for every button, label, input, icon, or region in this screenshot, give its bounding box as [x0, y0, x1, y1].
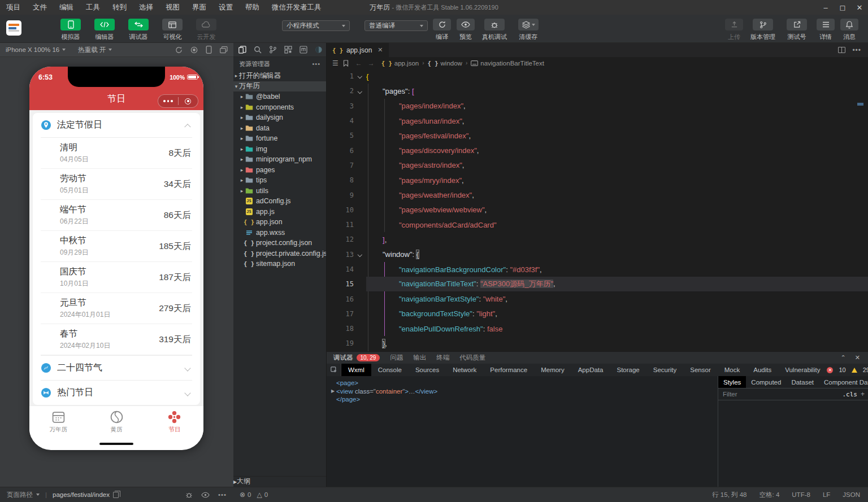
phone-tab-黄历[interactable]: 黄历: [88, 406, 146, 438]
wxml-line[interactable]: ▶<view class="container">…</view>: [331, 387, 718, 396]
code-line-3[interactable]: 3"pages/index/index",: [327, 99, 868, 114]
code-editor[interactable]: 1{2"pages": [3"pages/index/index",4"page…: [327, 69, 868, 351]
tree-file-app.js[interactable]: JSapp.js: [233, 207, 326, 217]
breadcrumb-item-window[interactable]: { }window: [428, 60, 462, 67]
inspect-element-icon[interactable]: [327, 364, 341, 376]
multi-window-icon[interactable]: [220, 46, 228, 54]
status-item[interactable]: 空格: 4: [760, 491, 780, 499]
more-actions-icon[interactable]: •••: [312, 60, 320, 67]
extensions-icon[interactable]: [284, 46, 292, 54]
action-eye-button[interactable]: 预览: [456, 19, 475, 41]
tree-folder-miniprogram_npm[interactable]: ▸miniprogram_npm: [233, 154, 326, 165]
devtools-tab-AppData[interactable]: AppData: [571, 364, 610, 376]
breadcrumb-item-navigationBarTitleText[interactable]: navigationBarTitleText: [471, 60, 544, 67]
tree-file-project.private.config.js...[interactable]: { }project.private.config.js...: [233, 248, 326, 259]
code-line-17[interactable]: 17"backgroundTextStyle": "light",: [327, 307, 868, 321]
menu-item[interactable]: 微信开发者工具: [266, 0, 328, 15]
festival-row[interactable]: 端午节06月22日86天后: [41, 200, 192, 231]
section-header-0[interactable]: 法定节假日: [41, 113, 192, 137]
tree-folder-pages[interactable]: ▸pages: [233, 165, 326, 176]
copy-icon[interactable]: [113, 492, 119, 498]
action-bug-button[interactable]: 真机调试: [480, 19, 509, 41]
menu-item[interactable]: 转到: [106, 0, 133, 15]
section-header-2[interactable]: 热门节日: [41, 381, 192, 405]
code-line-18[interactable]: 18"enablePullDownRefresh": false: [327, 321, 868, 336]
breadcrumb-item-app.json[interactable]: { }app.json: [381, 60, 419, 67]
code-line-1[interactable]: 1{: [327, 69, 868, 84]
devtools-tab-Console[interactable]: Console: [371, 364, 409, 376]
tab-app-json[interactable]: { } app.json ✕: [327, 43, 389, 57]
record-icon[interactable]: [190, 46, 198, 54]
toggle-code-button[interactable]: 编辑器: [90, 19, 119, 41]
code-line-19[interactable]: 19},: [327, 336, 868, 351]
menu-icon[interactable]: ☰: [332, 59, 338, 67]
styles-filter-input[interactable]: [722, 390, 839, 398]
code-line-12[interactable]: 12],: [327, 232, 868, 247]
more-actions-icon[interactable]: •••: [218, 491, 227, 498]
menu-item[interactable]: 项目: [0, 0, 27, 15]
code-line-6[interactable]: 6"pages/discovery/index",: [327, 143, 868, 158]
npm-panel-icon[interactable]: [300, 46, 307, 54]
festival-row[interactable]: 春节2024年02月10日319天后: [41, 324, 192, 355]
status-item[interactable]: LF: [823, 491, 830, 498]
devtools-tab-Network[interactable]: Network: [446, 364, 483, 376]
menu-item[interactable]: 视图: [159, 0, 186, 15]
tree-folder-img[interactable]: ▸img: [233, 144, 326, 155]
devtools-tab-Audits[interactable]: Audits: [747, 364, 778, 376]
phone-tab-节日[interactable]: 节日: [145, 406, 203, 438]
debugger-tab-调试器[interactable]: 调试器10, 29: [333, 353, 380, 362]
fold-chevron-icon[interactable]: [354, 75, 366, 78]
devtools-tab-Sensor[interactable]: Sensor: [683, 364, 717, 376]
festival-row[interactable]: 中秋节09月29日185天后: [41, 231, 192, 262]
tree-file-adConfig.js[interactable]: JSadConfig.js: [233, 196, 326, 207]
styles-tab-Styles[interactable]: Styles: [718, 376, 746, 388]
status-item[interactable]: JSON: [843, 491, 860, 498]
split-editor-icon[interactable]: [838, 47, 845, 53]
menu-item[interactable]: 工具: [80, 0, 106, 15]
code-line-11[interactable]: 11"components/adCard/adCard": [327, 217, 868, 232]
code-line-14[interactable]: 14"navigationBarBackgroundColor": "#d03f…: [327, 262, 868, 277]
menu-item[interactable]: 选择: [133, 0, 159, 15]
debugger-tab-终端[interactable]: 终端: [436, 353, 449, 362]
page-path-label[interactable]: 页面路径: [7, 491, 33, 499]
menu-item[interactable]: 编辑: [53, 0, 80, 15]
festival-row[interactable]: 国庆节10月01日187天后: [41, 262, 192, 293]
menu-item[interactable]: 文件: [27, 0, 53, 15]
festival-row[interactable]: 清明04月05日8天后: [41, 138, 192, 169]
tree-folder-data[interactable]: ▸data: [233, 123, 326, 134]
right-list-button[interactable]: 详情: [816, 19, 835, 41]
toggle-cloud-button[interactable]: 云开发: [192, 19, 221, 41]
wxml-line[interactable]: </page>: [331, 395, 718, 404]
more-actions-icon[interactable]: •••: [852, 46, 861, 54]
code-line-13[interactable]: 13"window": {: [327, 247, 868, 262]
tree-folder-utils[interactable]: ▸utils: [233, 186, 326, 197]
git-branch-icon[interactable]: [269, 46, 277, 54]
fold-chevron-icon[interactable]: [354, 253, 366, 256]
wxml-line[interactable]: <page>: [331, 379, 718, 387]
tree-open-editors[interactable]: ▸打开的编辑器: [233, 71, 326, 81]
phone-tab-万年历[interactable]: 万年历: [29, 406, 88, 438]
toggle-phone-button[interactable]: 模拟器: [56, 19, 85, 41]
more-menu-icon[interactable]: [158, 100, 178, 102]
tree-folder-@babel[interactable]: ▸@babel: [233, 91, 326, 102]
tree-folder-fortune[interactable]: ▸fortune: [233, 133, 326, 144]
devtools-tab-Vulnerability[interactable]: Vulnerability: [778, 364, 827, 376]
tree-file-sitemap.json[interactable]: { }sitemap.json: [233, 259, 326, 269]
fold-chevron-icon[interactable]: [354, 90, 366, 93]
tree-project-root[interactable]: ▾万年历: [233, 81, 326, 92]
code-line-16[interactable]: 16"navigationBarTextStyle": "white",: [327, 291, 868, 306]
right-external-button[interactable]: 测试号: [782, 19, 811, 41]
close-icon[interactable]: ✕: [851, 0, 868, 15]
styles-tab-Dataset[interactable]: Dataset: [786, 376, 819, 388]
devtools-tab-Wxml[interactable]: Wxml: [341, 364, 371, 376]
code-line-7[interactable]: 7"pages/astro/index",: [327, 158, 868, 173]
files-icon[interactable]: [238, 46, 246, 54]
menu-item[interactable]: 帮助: [239, 0, 266, 15]
tree-folder-components[interactable]: ▸components: [233, 102, 326, 113]
code-line-8[interactable]: 8"pages/mryy/index",: [327, 173, 868, 187]
status-item[interactable]: 行 15, 列 48: [712, 491, 747, 499]
status-item[interactable]: UTF-8: [792, 491, 810, 498]
cls-button[interactable]: .cls: [842, 391, 857, 398]
expand-panel-icon[interactable]: ⌃: [841, 354, 846, 361]
devtools-tab-Mock[interactable]: Mock: [718, 364, 747, 376]
